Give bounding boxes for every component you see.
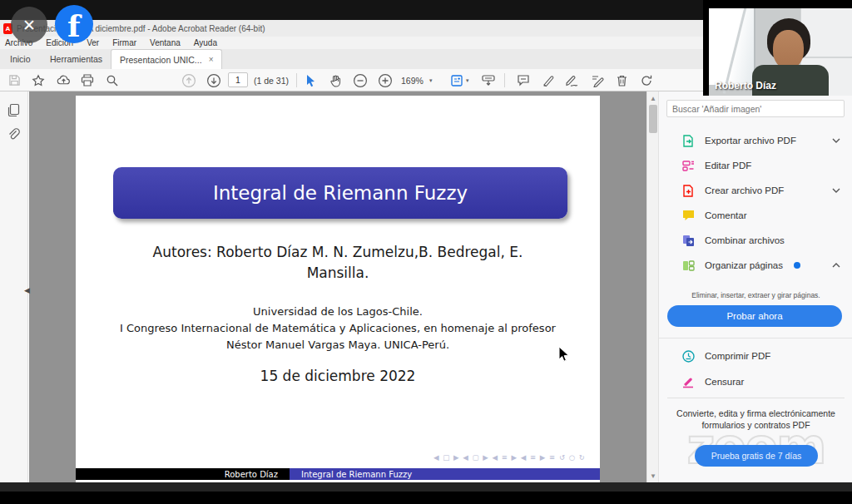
scroll-up-icon[interactable]: ▲ <box>647 92 659 104</box>
page-thumbnails-button[interactable] <box>7 103 20 117</box>
export-pdf-icon <box>681 134 696 148</box>
chevron-up-icon[interactable] <box>832 263 840 268</box>
cabinet-line <box>800 57 852 58</box>
organize-pages-icon <box>681 259 696 273</box>
tab-document[interactable]: Presentacion UNIC... × <box>111 49 222 69</box>
comment-yellow-icon <box>681 209 696 222</box>
arrow-down-circle-icon <box>206 73 221 88</box>
document-viewport[interactable]: ◀ Integral de Riemann Fuzzy Autores: Rob… <box>29 91 646 482</box>
scrollbar-thumb[interactable] <box>649 105 657 133</box>
highlighter-pen-icon <box>542 74 555 87</box>
search-icon <box>106 74 119 87</box>
tab-close-icon[interactable]: × <box>209 55 214 64</box>
compress-pdf-icon <box>681 349 696 363</box>
sidebar-item-label: Organizar páginas <box>705 260 783 270</box>
sidebar-item-editar[interactable]: Editar PDF <box>659 153 852 178</box>
page-number-input[interactable] <box>228 72 248 87</box>
facebook-logo[interactable]: f <box>55 5 93 43</box>
redact-marker-icon <box>681 375 696 389</box>
printer-icon <box>81 74 94 86</box>
page-display-button[interactable] <box>448 72 466 89</box>
sign-button[interactable] <box>562 72 581 89</box>
create-pdf-icon <box>681 184 696 198</box>
sidebar-item-combinar[interactable]: Combinar archivos <box>659 228 852 253</box>
zoom-out-button[interactable] <box>351 72 369 89</box>
vertical-scrollbar[interactable]: ▲ ▼ <box>646 91 658 482</box>
slide-footer-author: Roberto Díaz <box>76 468 290 480</box>
slide-title-banner: Integral de Riemann Fuzzy <box>113 167 567 219</box>
menu-ventana[interactable]: Ventana <box>150 38 181 47</box>
attachments-button[interactable] <box>7 127 20 141</box>
floppy-icon <box>8 74 21 86</box>
rotate-refresh-icon <box>640 74 653 87</box>
fill-sign-button[interactable] <box>587 72 606 89</box>
combine-files-icon <box>681 234 696 248</box>
sidebar-item-label: Crear archivo PDF <box>705 185 784 195</box>
chevron-down-icon[interactable] <box>832 138 840 143</box>
tools-search-input[interactable] <box>666 100 845 117</box>
search-button[interactable] <box>103 72 121 89</box>
sidebar-item-organizar[interactable]: Organizar páginas <box>659 253 852 278</box>
facebook-f-icon: f <box>67 8 81 43</box>
tab-herramientas[interactable]: Herramientas <box>42 49 111 69</box>
save-button[interactable] <box>5 72 23 89</box>
window-title: Presentacion UNICA diciembre.pdf - Adobe… <box>17 24 265 33</box>
star-icon <box>32 74 45 87</box>
select-tool-button[interactable] <box>301 72 320 89</box>
affiliation-line: I Congreso Internacional de Matemática y… <box>76 320 600 337</box>
close-stream-button[interactable]: ✕ <box>11 7 47 43</box>
main-area: ◀ Integral de Riemann Fuzzy Autores: Rob… <box>0 91 852 482</box>
stream-bottom-bar <box>0 482 852 504</box>
sidebar-divider <box>659 338 852 338</box>
affiliation-line: Néstor Manuel Vargas Maya. UNICA-Perú. <box>76 337 600 353</box>
slide-title: Integral de Riemann Fuzzy <box>213 182 468 204</box>
person-face <box>773 30 804 69</box>
beamer-nav-symbols[interactable]: ◀ □ ▶ ◀ ▢ ▶ ◀ ≡ ▶ ◀ ≡ ▶ ≡ ↺ ○ ↻ <box>433 453 586 462</box>
sidebar-item-comentar[interactable]: Comentar <box>659 203 852 228</box>
slide-footer: Roberto Díaz Integral de Riemann Fuzzy <box>76 468 600 480</box>
try-now-button[interactable]: Probar ahora <box>667 305 842 327</box>
free-trial-button[interactable]: Prueba gratis de 7 días <box>695 445 818 467</box>
share-upload-button[interactable] <box>54 72 72 89</box>
page-display-caret-icon[interactable]: ▾ <box>466 77 469 84</box>
webcam-tile[interactable]: Roberto Díaz <box>703 0 852 96</box>
hand-tool-button[interactable] <box>326 72 344 89</box>
sidebar-item-label: Comentar <box>705 210 747 220</box>
scroll-down-icon[interactable]: ▼ <box>647 470 659 482</box>
collapse-panel-arrow-icon[interactable]: ◀ <box>24 281 34 299</box>
page-up-button[interactable] <box>180 72 198 89</box>
webcam-video: Roberto Díaz <box>709 8 852 96</box>
fit-width-button[interactable] <box>479 72 498 89</box>
menu-ayuda[interactable]: Ayuda <box>194 38 217 47</box>
tab-inicio[interactable]: Inicio <box>2 49 39 69</box>
menu-ver[interactable]: Ver <box>87 38 99 47</box>
new-feature-badge <box>794 262 800 269</box>
rotate-page-button[interactable] <box>637 72 656 89</box>
stage: A Presentacion UNICA diciembre.pdf - Ado… <box>0 0 852 504</box>
page-down-button[interactable] <box>205 72 223 89</box>
zoom-caret-icon[interactable]: ▾ <box>429 77 433 84</box>
highlight-button[interactable] <box>539 72 557 89</box>
star-button[interactable] <box>29 72 47 89</box>
edit-pdf-icon <box>681 159 696 173</box>
zoom-in-button[interactable] <box>376 72 394 89</box>
sidebar-item-exportar[interactable]: Exportar archivo PDF <box>659 128 852 153</box>
sidebar-item-comprimir[interactable]: Comprimir PDF <box>659 343 852 368</box>
delete-pages-button[interactable] <box>612 72 631 89</box>
pdf-slide: Integral de Riemann Fuzzy Autores: Rober… <box>76 96 600 482</box>
affiliation-line: Universidad de los Lagos-Chile. <box>76 304 600 320</box>
page-thumbnail-icon <box>450 74 463 87</box>
sidebar-item-crear[interactable]: Crear archivo PDF <box>659 178 852 203</box>
chevron-down-icon[interactable] <box>832 188 840 193</box>
hand-icon <box>329 74 342 87</box>
print-button[interactable] <box>78 72 97 89</box>
slide-date: 15 de diciembre 2022 <box>76 368 600 384</box>
page-count-label: (1 de 31) <box>254 76 289 86</box>
zoom-level-value[interactable]: 169% <box>401 76 424 86</box>
menu-firmar[interactable]: Firmar <box>112 38 136 47</box>
arrow-up-circle-icon <box>181 73 196 88</box>
window-background <box>709 8 755 85</box>
comment-button[interactable] <box>514 72 532 89</box>
toolbar-divider <box>504 73 505 87</box>
sidebar-item-censurar[interactable]: Censurar <box>659 369 852 394</box>
